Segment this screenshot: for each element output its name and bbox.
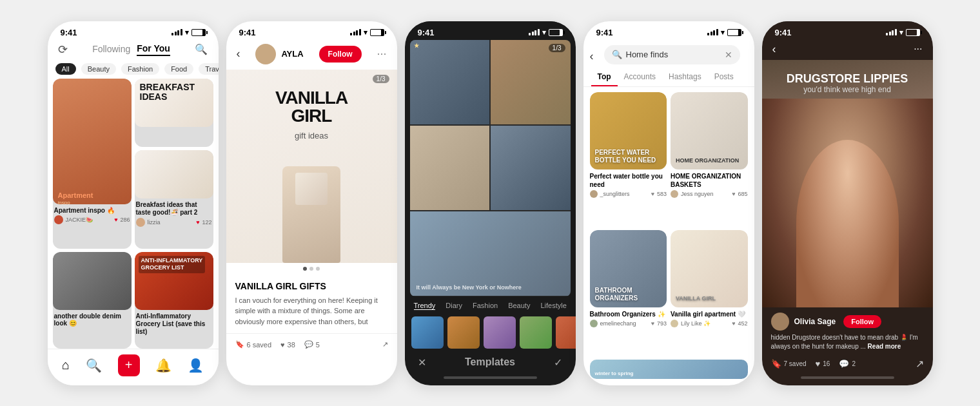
video-avatar	[771, 313, 789, 331]
filter-travel[interactable]: Travel	[199, 63, 218, 75]
editor-tab-fashion[interactable]: Fashion	[473, 302, 498, 310]
template-1[interactable]	[411, 316, 444, 349]
filter-food[interactable]: Food	[164, 63, 193, 75]
pin-username: AYLA	[281, 49, 303, 59]
result-heart-1: ♥	[651, 191, 654, 197]
battery-icon-2	[370, 29, 384, 36]
like-count-pin: 38	[288, 341, 295, 349]
pin-profile: AYLA	[255, 44, 303, 64]
search-tab-hashtags[interactable]: Hashtags	[662, 68, 708, 86]
result-user-3: emelinechang	[600, 320, 636, 327]
page-indicator	[226, 263, 397, 275]
follow-button[interactable]: Follow	[319, 46, 362, 63]
search-tab-accounts[interactable]: Accounts	[618, 68, 662, 86]
card-user-breakfast: lizzia	[148, 219, 161, 226]
confirm-icon[interactable]: ✓	[554, 356, 562, 369]
comment-video-action[interactable]: 💬 2	[839, 359, 856, 369]
result-title-3: Bathroom Organizers ✨	[590, 310, 667, 318]
template-4[interactable]	[520, 316, 552, 349]
video-area: DRUGSTORE LIPPIES you'd think were high …	[762, 60, 933, 307]
template-2[interactable]	[447, 316, 480, 349]
feed-card-apartment[interactable]: Apartment inspo Apartment inspo 🔥 JACKIE…	[53, 79, 132, 249]
video-header: ‹ ···	[762, 40, 933, 60]
editor-tab-trendy[interactable]: Trendy	[414, 302, 436, 310]
template-5[interactable]	[556, 316, 576, 349]
more-video-icon[interactable]: ···	[914, 43, 922, 55]
result-card-vanillagirl[interactable]: VANILLA GIRL Vanilla girl apartment 🤍 Li…	[671, 230, 748, 356]
bookmark-icon: 🔖	[235, 340, 244, 349]
result-overlay-1: PERFECT WATER BOTTLE YOU NEED	[595, 149, 667, 164]
card-title-denim: another double denim look 😊	[54, 313, 130, 327]
feed-card-breakfast-title[interactable]: BREAKFASTIDEAS	[135, 79, 213, 148]
save-count-video: 7 saved	[784, 360, 807, 367]
bell-nav-icon[interactable]: 🔔	[155, 358, 172, 373]
home-nav-icon[interactable]: ⌂	[62, 358, 70, 372]
share-action[interactable]: ↗	[382, 340, 388, 349]
result-title-2: HOME ORGANIZATION BASKETS	[671, 172, 748, 189]
collage-cell-5: It will Always be New York or Nowhere	[410, 211, 571, 296]
close-editor-icon[interactable]: ✕	[418, 356, 426, 369]
back-video-icon[interactable]: ‹	[772, 43, 776, 56]
search-results-grid: PERFECT WATER BOTTLE YOU NEED Perfect wa…	[583, 92, 754, 356]
battery-icon-3	[549, 29, 563, 36]
filter-beauty[interactable]: Beauty	[81, 63, 116, 75]
search-tab-top[interactable]: Top	[591, 68, 618, 86]
read-more-link[interactable]: Read more	[868, 343, 901, 350]
video-actions: 🔖 7 saved ♥ 16 💬 2 ↗	[762, 354, 933, 376]
result-avatar-3	[590, 320, 598, 327]
like-video-action[interactable]: ♥ 16	[816, 359, 830, 369]
pin-header: ‹ AYLA Follow ···	[226, 40, 397, 70]
tab-for-you[interactable]: For You	[137, 43, 170, 56]
result-card-winter[interactable]: winter to spring	[583, 356, 754, 385]
result-card-bathroom[interactable]: BATHROOM ORGANIZERS Bathroom Organizers …	[590, 230, 667, 356]
home-indicator-dark	[444, 376, 537, 379]
share-video-action[interactable]: ↗	[916, 358, 924, 370]
back-search-icon[interactable]: ‹	[590, 47, 596, 63]
editor-tab-lifestyle[interactable]: Lifestyle	[540, 302, 566, 310]
profile-nav-icon[interactable]: 👤	[188, 358, 204, 373]
filter-all[interactable]: All	[55, 63, 76, 75]
search-query[interactable]: Home finds	[626, 50, 721, 59]
search-nav-icon[interactable]: 🔍	[86, 358, 102, 373]
search-bar[interactable]: 🔍 Home finds ✕	[604, 45, 740, 64]
phone-pin: 9:41 ▾ ‹ AYLA Follow ··· VANILLA GIRL g	[226, 21, 397, 385]
status-bar-3: 9:41 ▾	[405, 21, 576, 40]
dot-3	[316, 267, 320, 271]
status-icons-5: ▾	[886, 28, 920, 37]
create-button[interactable]: +	[118, 354, 140, 376]
result-heart-4: ♥	[732, 320, 735, 327]
video-follow-button[interactable]: Follow	[843, 315, 881, 328]
feed-card-grocery[interactable]: ANTI-INFLAMMATORYGROCERY LIST Anti-Infla…	[135, 252, 213, 349]
battery-icon-5	[906, 29, 920, 36]
phone-search: 9:41 ▾ ‹ 🔍 Home finds ✕ Top Accounts	[583, 21, 754, 385]
like-action[interactable]: ♥ 38	[280, 341, 295, 349]
feed-card-denim[interactable]: another double denim look 😊	[53, 252, 132, 349]
editor-tab-diary[interactable]: Diary	[446, 302, 462, 310]
result-card-homeorg[interactable]: HOME ORGANIZATION HOME ORGANIZATION BASK…	[671, 92, 748, 226]
result-card-waterbottle[interactable]: PERFECT WATER BOTTLE YOU NEED Perfect wa…	[590, 92, 667, 226]
comment-action[interactable]: 💬 5	[304, 340, 320, 349]
back-button[interactable]: ‹	[237, 47, 240, 61]
video-title-main: DRUGSTORE LIPPIES	[769, 73, 926, 86]
search-icon-feed[interactable]: 🔍	[195, 43, 208, 55]
bookmark-video-icon: 🔖	[771, 359, 781, 369]
result-heart-2: ♥	[732, 191, 735, 197]
status-bar-2: 9:41 ▾	[226, 21, 397, 40]
feed-card-breakfast[interactable]: Breakfast ideas that taste good!🍜 part 2…	[135, 150, 213, 249]
more-options-icon[interactable]: ···	[377, 47, 386, 61]
tab-following[interactable]: Following	[92, 44, 130, 55]
search-tab-posts[interactable]: Posts	[708, 68, 740, 86]
template-3[interactable]	[484, 316, 516, 349]
signal-icon-4	[707, 29, 718, 35]
collage-cell-1: ★	[410, 40, 490, 124]
feed-tabs[interactable]: Following For You	[92, 43, 170, 56]
editor-tab-beauty[interactable]: Beauty	[508, 302, 530, 310]
save-action[interactable]: 🔖 6 saved	[235, 340, 272, 349]
search-header: ‹ 🔍 Home finds ✕	[583, 40, 754, 68]
filter-fashion[interactable]: Fashion	[121, 63, 159, 75]
time-1: 9:41	[61, 28, 77, 37]
phone-editor: 9:41 ▾ 1/3 ★ I	[405, 21, 576, 385]
dot-1	[303, 267, 307, 271]
clear-search-icon[interactable]: ✕	[725, 50, 732, 60]
save-video-action[interactable]: 🔖 7 saved	[771, 359, 807, 369]
